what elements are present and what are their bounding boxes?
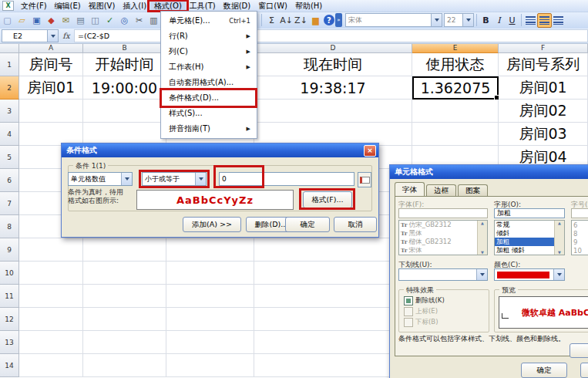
col-header-D[interactable]: D xyxy=(254,43,412,53)
underline-combo[interactable] xyxy=(398,268,488,281)
cell-A2[interactable]: 房间01 xyxy=(19,76,83,100)
cell-B3[interactable] xyxy=(83,100,166,123)
save-icon[interactable]: ▣ xyxy=(30,14,43,27)
col-header-A[interactable]: A xyxy=(19,43,83,53)
cell-C14[interactable] xyxy=(166,354,254,377)
format-menu-item-1[interactable]: 单元格(E)...Ctrl+1 xyxy=(161,13,257,29)
mail-icon[interactable]: ✉ xyxy=(59,14,72,27)
chart-wizard-icon[interactable]: ▆ xyxy=(309,14,322,27)
help-icon[interactable]: ? xyxy=(324,15,334,25)
format-menu-item-5[interactable]: 自动套用格式(A)... xyxy=(161,75,257,90)
checkbox-icon[interactable] xyxy=(404,296,413,305)
menubar-item-2[interactable]: 编辑(E) xyxy=(51,0,85,12)
font-list[interactable]: Tr仿宋_GB2312Tr黑体Tr楷体_GB2312Tr宋体▲▼ xyxy=(398,220,488,255)
row-header-6[interactable]: 6 xyxy=(0,169,19,192)
font-name-combo[interactable]: 宋体 xyxy=(345,13,442,27)
align-right-button[interactable] xyxy=(552,14,565,27)
list-scrollbar[interactable]: ▲▼ xyxy=(554,221,564,255)
select-all-corner[interactable] xyxy=(0,43,19,53)
checkbox-icon[interactable] xyxy=(404,318,413,327)
cell-F3[interactable]: 房间02 xyxy=(499,100,588,123)
menubar-item-5[interactable]: 格式(O) xyxy=(150,0,186,12)
cell-C13[interactable] xyxy=(166,331,254,354)
cancel-button[interactable]: 取消 xyxy=(334,217,377,232)
format-menu-item-2[interactable]: 行(R)▶ xyxy=(161,29,257,44)
format-menu-item-8[interactable]: 拼音指南(T)▶ xyxy=(161,121,257,137)
checkbox-icon[interactable] xyxy=(404,307,413,316)
cell-A1[interactable]: 房间号 xyxy=(19,53,83,76)
bold-button[interactable]: B xyxy=(480,14,492,26)
row-header-5[interactable]: 5 xyxy=(0,146,19,169)
menubar-item-9[interactable]: 帮助(H) xyxy=(291,0,326,12)
format-menu-item-6[interactable]: 条件格式(D)... xyxy=(161,90,257,106)
cell-A11[interactable] xyxy=(19,285,83,308)
format-menu-item-4[interactable]: 工作表(H)▶ xyxy=(161,59,257,75)
align-center-button[interactable] xyxy=(537,13,552,28)
print-icon[interactable]: ▤ xyxy=(74,14,87,27)
open-icon[interactable]: ▱ xyxy=(15,14,29,27)
scroll-down-icon[interactable]: ▼ xyxy=(558,250,561,255)
list-item[interactable]: 9 xyxy=(572,238,588,246)
color-dropdown-icon[interactable] xyxy=(553,269,564,280)
color-combo[interactable] xyxy=(494,268,565,281)
cell-A13[interactable] xyxy=(19,331,83,354)
cell-format-titlebar[interactable]: 单元格格式 xyxy=(390,165,588,179)
cell-A14[interactable] xyxy=(19,354,83,377)
add-button[interactable]: 添加(A) >> xyxy=(183,217,241,232)
scroll-up-icon[interactable]: ▲ xyxy=(558,221,561,225)
spelling-icon[interactable]: ✓ xyxy=(103,14,116,27)
list-item[interactable]: 倾斜 xyxy=(495,229,555,238)
cell-A9[interactable] xyxy=(19,238,83,262)
research-icon[interactable]: ◎ xyxy=(118,14,131,27)
clear-button[interactable]: 清除 xyxy=(570,343,588,358)
row-header-3[interactable]: 3 xyxy=(0,100,19,123)
align-left-button[interactable] xyxy=(524,14,537,27)
fx-icon[interactable]: fx xyxy=(59,32,74,40)
operator-combo[interactable]: 小于或等于 xyxy=(142,172,207,186)
condition-value-input[interactable]: 0 xyxy=(219,172,354,186)
cut-icon[interactable]: ✂ xyxy=(133,14,146,27)
row-header-10[interactable]: 10 xyxy=(0,262,19,285)
cell-B14[interactable] xyxy=(83,354,166,377)
cell-B2[interactable]: 19:00:00 xyxy=(83,76,166,100)
cell-F1[interactable]: 房间号系列 xyxy=(499,53,588,76)
menubar-item-7[interactable]: 数据(D) xyxy=(220,0,255,12)
font-name-dropdown-icon[interactable] xyxy=(431,14,442,26)
list-item[interactable]: Tr宋体 xyxy=(399,246,478,255)
menubar-item-6[interactable]: 工具(T) xyxy=(186,0,220,12)
sort-ascending-icon[interactable]: A↓ xyxy=(280,14,293,27)
checkbox-effect-3[interactable]: 下标(B) xyxy=(404,318,438,327)
list-item[interactable]: 常规 xyxy=(495,221,555,229)
tab-font[interactable]: 字体 xyxy=(395,182,425,196)
toolbar-options-icon[interactable]: » xyxy=(335,13,342,27)
operand-dropdown-icon[interactable] xyxy=(121,173,132,185)
cell-D1[interactable]: 现在时间 xyxy=(254,53,412,76)
font-style-input[interactable]: 加粗 xyxy=(494,208,565,218)
list-scrollbar[interactable]: ▲▼ xyxy=(477,221,487,255)
row-header-7[interactable]: 7 xyxy=(0,192,19,215)
list-item[interactable]: Tr楷体_GB2312 xyxy=(399,238,478,246)
autosum-icon[interactable]: Σ xyxy=(265,14,278,27)
menubar-item-1[interactable]: 文件(F) xyxy=(17,0,51,12)
cell-D3[interactable] xyxy=(254,100,412,123)
menubar-item-4[interactable]: 插入(I) xyxy=(119,0,150,12)
row-header-11[interactable]: 11 xyxy=(0,285,19,308)
list-item[interactable]: Tr黑体 xyxy=(399,229,478,238)
cell-C10[interactable] xyxy=(166,262,254,285)
cell-C11[interactable] xyxy=(166,285,254,308)
list-item[interactable]: 加粗 xyxy=(495,238,555,246)
cell-B10[interactable] xyxy=(83,262,166,285)
formula-input[interactable]: =(C2-$D xyxy=(74,29,588,42)
format-menu-item-7[interactable]: 样式(S)... xyxy=(161,106,257,121)
row-header-4[interactable]: 4 xyxy=(0,123,19,146)
cell-B11[interactable] xyxy=(83,285,166,308)
row-header-1[interactable]: 1 xyxy=(0,53,19,76)
font-size-dropdown-icon[interactable] xyxy=(462,14,473,26)
cell-F4[interactable]: 房间03 xyxy=(499,123,588,146)
scroll-down-icon[interactable]: ▼ xyxy=(481,250,484,255)
scroll-up-icon[interactable]: ▲ xyxy=(481,221,484,225)
ok-button[interactable]: 确定 xyxy=(521,363,567,378)
col-header-E[interactable]: E xyxy=(412,43,499,53)
cell-B13[interactable] xyxy=(83,331,166,354)
italic-button[interactable]: I xyxy=(493,14,505,26)
